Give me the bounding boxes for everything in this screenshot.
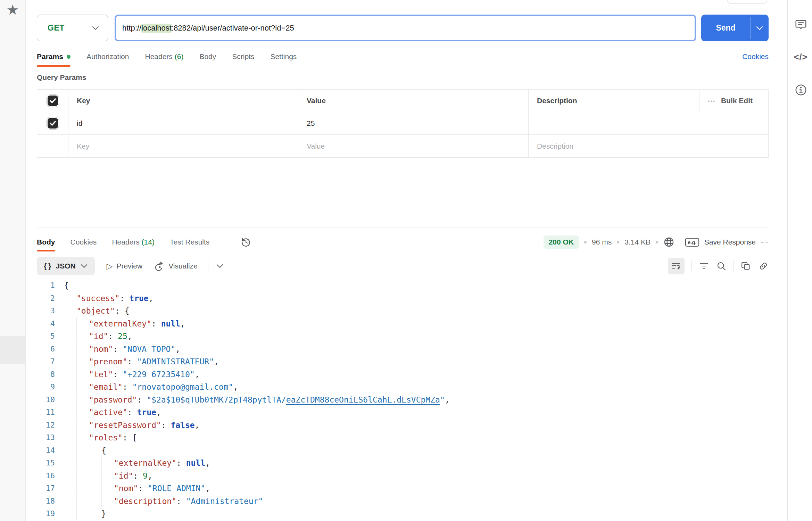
save-example-icon: e.g.	[685, 238, 699, 247]
send-label: Send	[701, 15, 750, 41]
line-number: 6	[26, 343, 55, 356]
response-body-code[interactable]: 1{2"success": true,3"object": {4"externa…	[26, 279, 769, 520]
braces-icon: { }	[44, 262, 51, 271]
column-header-description: Description	[529, 90, 699, 112]
favorites-star-icon[interactable]: ★	[7, 3, 19, 17]
url-prefix: http://	[122, 24, 141, 33]
code-line: 14{	[26, 444, 769, 457]
indent-guide	[64, 381, 76, 393]
url-row: GET http://localhost:8282/api/user/activ…	[37, 15, 769, 41]
tab-headers[interactable]: Headers (6)	[145, 52, 183, 61]
dot-separator	[656, 241, 658, 243]
sidebar-selected-block[interactable]	[0, 336, 25, 364]
indent-guide	[64, 355, 76, 368]
view-options-caret[interactable]	[216, 264, 224, 268]
indent-guide	[76, 470, 89, 482]
divider	[734, 261, 734, 271]
param-key-cell[interactable]	[68, 112, 298, 135]
code-lines: 1{2"success": true,3"object": {4"externa…	[26, 279, 769, 520]
indent-guide	[64, 305, 76, 317]
play-icon: ▷	[107, 262, 113, 270]
indent-guide	[101, 482, 114, 495]
method-selector[interactable]: GET	[37, 15, 108, 41]
response-tab-test-results[interactable]: Test Results	[170, 238, 209, 246]
indent-guide	[89, 457, 101, 469]
visualize-button[interactable]: Visualize	[154, 261, 198, 271]
select-all-checkbox[interactable]	[48, 96, 58, 106]
code-line: 16"id": 9,	[26, 470, 769, 482]
status-badge[interactable]: 200 OK	[544, 235, 579, 249]
tab-label: Headers	[112, 238, 139, 246]
indent-guide	[76, 406, 89, 419]
response-tab-headers[interactable]: Headers (14)	[112, 238, 155, 246]
code-panel-icon[interactable]: </>	[794, 52, 807, 62]
save-button-partial[interactable]	[727, 0, 767, 3]
tab-params[interactable]: Params	[37, 52, 71, 61]
response-tab-cookies[interactable]: Cookies	[71, 238, 97, 246]
indent-guide	[64, 292, 76, 305]
indent-guide	[76, 431, 89, 444]
param-value-cell[interactable]	[298, 112, 529, 135]
param-description-input[interactable]	[537, 119, 757, 127]
code-tools	[668, 258, 769, 274]
code-line: 1{	[26, 279, 769, 292]
save-response-button[interactable]: Save Response	[704, 238, 756, 246]
method-label: GET	[48, 23, 92, 33]
response-more-button[interactable]: ◦◦◦	[761, 239, 769, 245]
indent-guide	[76, 482, 89, 495]
param-key-input[interactable]	[77, 119, 287, 127]
bulk-edit-button[interactable]: ◦◦◦ Bulk Edit	[699, 90, 768, 112]
indent-guide	[64, 457, 76, 469]
copy-icon[interactable]	[741, 261, 751, 271]
filter-icon[interactable]	[699, 261, 709, 271]
send-button[interactable]: Send	[701, 15, 769, 41]
param-value-input[interactable]	[307, 119, 517, 127]
indent-guide	[76, 381, 89, 393]
comments-icon[interactable]	[795, 18, 807, 31]
line-number: 2	[26, 292, 55, 305]
new-param-description-input[interactable]	[537, 142, 757, 150]
indent-guide	[64, 330, 76, 342]
line-number: 11	[26, 406, 55, 419]
new-param-key-input[interactable]	[77, 142, 287, 150]
indent-guide	[76, 457, 89, 469]
indent-guide	[64, 482, 76, 495]
new-param-value-cell[interactable]	[298, 135, 529, 157]
network-globe-icon[interactable]	[663, 237, 674, 248]
response-size[interactable]: 3.14 KB	[624, 238, 651, 246]
new-param-value-input[interactable]	[307, 142, 517, 150]
response-tab-body[interactable]: Body	[37, 238, 55, 246]
new-param-key-cell[interactable]	[68, 135, 298, 157]
indent-guide	[64, 419, 76, 431]
tab-authorization[interactable]: Authorization	[86, 52, 129, 61]
tab-body[interactable]: Body	[199, 52, 216, 61]
response-history-icon[interactable]	[240, 237, 251, 248]
send-options-caret[interactable]	[751, 15, 769, 41]
indent-guide	[89, 495, 101, 507]
preview-button[interactable]: ▷ Preview	[107, 262, 142, 270]
code-line: 4"externalKey": null,	[26, 317, 769, 330]
info-icon[interactable]	[795, 84, 807, 96]
param-checkbox[interactable]	[48, 118, 58, 129]
tab-label: Body	[199, 52, 216, 60]
url-input[interactable]: http://localhost:8282/api/user/activate-…	[115, 15, 696, 41]
new-param-description-cell[interactable]	[529, 135, 768, 157]
search-icon[interactable]	[716, 261, 727, 271]
indent-guide	[89, 482, 101, 495]
chevron-down-icon	[80, 264, 88, 268]
wrap-text-button[interactable]	[668, 258, 685, 274]
response-time[interactable]: 96 ms	[592, 238, 612, 246]
tab-label: Settings	[270, 52, 297, 60]
code-line: 15"externalKey": null,	[26, 457, 769, 470]
column-header-key: Key	[68, 90, 298, 112]
tab-settings[interactable]: Settings	[270, 52, 297, 61]
cookies-link[interactable]: Cookies	[742, 52, 769, 61]
format-selector[interactable]: { } JSON	[37, 257, 95, 275]
indent-guide	[89, 470, 101, 482]
indent-guide	[64, 406, 76, 419]
column-header-value: Value	[298, 90, 529, 112]
link-icon[interactable]	[758, 261, 769, 271]
tab-scripts[interactable]: Scripts	[232, 52, 254, 61]
param-description-cell[interactable]	[529, 112, 768, 135]
tab-label: Body	[37, 238, 55, 246]
